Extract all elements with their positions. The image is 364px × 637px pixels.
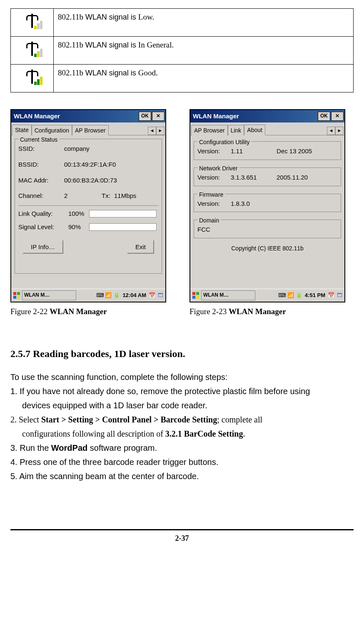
step-4-line: 4. Press one of the three barcode reader… [10, 455, 354, 469]
tab-ap-browser[interactable]: AP Browser [191, 125, 228, 135]
channel-row: Channel: 2 Tx: 11Mbps [18, 191, 158, 200]
signal-level-label: Signal Level: [18, 222, 68, 232]
left-caption: Figure 2-22 WLAN Manager [10, 306, 165, 317]
wlan-signal-low-icon [22, 11, 42, 30]
caption-prefix: Figure 2-23 [189, 307, 229, 316]
calendar-tray-icon[interactable]: 📅 [328, 292, 334, 299]
link-quality-row: Link Quality: 100% [18, 209, 158, 218]
section-heading: 2.5.7 Reading barcodes, 1D laser version… [10, 347, 354, 361]
current-status-group: Current Status SSID: company BSSID: 00:1… [15, 139, 162, 274]
battery-tray-icon[interactable]: 🔋 [113, 292, 120, 299]
caption-prefix: Figure 2-22 [10, 307, 50, 316]
start-button[interactable] [12, 291, 21, 300]
text-suffix: In General. [138, 40, 174, 49]
signal-level-bar [89, 223, 157, 231]
left-screenshot-column: WLAN Manager OK ✕ State Configuration AP… [10, 109, 165, 317]
step2b-bold: 3.2.1 BarCode Setting [165, 429, 243, 438]
keyboard-tray-icon[interactable]: ⌨ [279, 292, 286, 299]
window-title: WLAN Manager [193, 112, 317, 121]
table-row: 802.11b WLAN signal is Good. [11, 65, 354, 92]
close-button[interactable]: ✕ [152, 112, 165, 121]
config-utility-group: Configuration Utility Version: 1.11 Dec … [194, 141, 341, 160]
client-area: Configuration Utility Version: 1.11 Dec … [190, 135, 344, 289]
ok-button[interactable]: OK [139, 112, 151, 121]
group-legend: Domain [197, 216, 221, 225]
signal-strength-table: 802.11b WLAN signal is Low. 802.11b WLAN… [10, 8, 354, 92]
wlan-tray-icon[interactable]: 📶 [105, 292, 112, 299]
ip-info-button[interactable]: IP Info… [22, 240, 63, 254]
tab-about[interactable]: About [244, 125, 265, 135]
step2-text2: ; complete all [217, 415, 262, 424]
desktop-tray-icon[interactable]: 🗔 [336, 292, 343, 299]
ok-button[interactable]: OK [318, 112, 330, 121]
caption-bold: WLAN Manager [229, 307, 286, 316]
tab-scroll-buttons: ◄ ► [327, 127, 344, 135]
tabs-row: AP Browser Link About ◄ ► [190, 122, 344, 135]
bssid-row: BSSID: 00:13:49:2F:1A:F0 [18, 160, 158, 169]
tab-scroll-right-button[interactable]: ► [335, 127, 344, 135]
firmware-group: Firmware Version: 1.8.3.0 [194, 194, 341, 212]
signal-good-text: 802.11b WLAN signal is Good. [54, 65, 354, 92]
channel-value: 2 [64, 191, 102, 200]
signal-level-value: 90% [68, 222, 89, 232]
tab-link[interactable]: Link [228, 125, 244, 135]
text-prefix: 802.11b [58, 12, 85, 21]
svg-rect-1 [17, 292, 20, 295]
text-prefix: 802.11b [58, 40, 85, 49]
driver-version-row: Version: 3.1.3.651 2005.11.20 [197, 173, 337, 182]
taskbar-app-button[interactable]: WLAN M… [201, 290, 255, 300]
version-value: 3.1.3.651 [231, 173, 277, 182]
step3-suffix: software program. [87, 443, 157, 452]
signal-level-row: Signal Level: 90% [18, 222, 158, 232]
tab-ap-browser[interactable]: AP Browser [72, 125, 109, 135]
taskbar-app-button[interactable]: WLAN M… [22, 290, 76, 300]
keyboard-tray-icon[interactable]: ⌨ [97, 292, 103, 299]
window-title: WLAN Manager [14, 112, 138, 121]
calendar-tray-icon[interactable]: 📅 [149, 292, 155, 299]
tab-state[interactable]: State [12, 125, 32, 135]
text-prefix: 802.11b [58, 68, 85, 77]
step-1-line-a: 1. If you have not already done so, remo… [10, 384, 354, 398]
page-number: 2-37 [175, 534, 189, 542]
version-date: Dec 13 2005 [277, 147, 312, 156]
signal-low-text: 802.11b WLAN signal is Low. [54, 9, 354, 37]
taskbar: WLAN M… ⌨ 📶 🔋 4:51 PM 📅 🗔 [190, 289, 344, 302]
copyright-text: Copyright (C) IEEE 802.11b [194, 242, 341, 253]
channel-label: Channel: [18, 191, 64, 200]
table-row: 802.11b WLAN signal is Low. [11, 9, 354, 37]
tx-value: 11Mbps [114, 191, 136, 200]
mac-value: 00:60:B3:2A:0D:73 [64, 176, 158, 185]
battery-tray-icon[interactable]: 🔋 [296, 292, 302, 299]
step-2-line-b: configurations following all description… [10, 427, 354, 441]
wlan-tray-icon[interactable]: 📶 [287, 292, 294, 299]
signal-icon-low-cell [11, 9, 54, 37]
exit-button[interactable]: Exit [127, 240, 154, 254]
tab-scroll-right-button[interactable]: ► [156, 127, 165, 135]
mac-label: MAC Addr: [18, 176, 64, 185]
desktop-tray-icon[interactable]: 🗔 [157, 292, 164, 299]
step2b-text1: configurations following all description… [22, 429, 165, 438]
mac-row: MAC Addr: 00:60:B3:2A:0D:73 [18, 176, 158, 185]
divider [18, 205, 158, 206]
domain-row: FCC [197, 225, 337, 234]
wlan-signal-good-icon [22, 67, 42, 86]
titlebar: WLAN Manager OK ✕ [11, 110, 165, 122]
bssid-value: 00:13:49:2F:1A:F0 [64, 160, 158, 169]
tab-scroll-left-button[interactable]: ◄ [327, 127, 335, 135]
taskbar-clock[interactable]: 12:04 AM [122, 292, 147, 300]
close-button[interactable]: ✕ [331, 112, 344, 121]
intro-line: To use the scanning function, complete t… [10, 370, 354, 384]
svg-rect-3 [17, 296, 20, 299]
taskbar-clock[interactable]: 4:51 PM [304, 292, 326, 300]
wlan-signal-general-icon [22, 39, 42, 58]
config-version-row: Version: 1.11 Dec 13 2005 [197, 147, 337, 156]
version-label: Version: [197, 173, 231, 182]
tab-scroll-left-button[interactable]: ◄ [148, 127, 156, 135]
step3-bold: WordPad [51, 443, 87, 452]
wlan-manager-about-window: WLAN Manager OK ✕ AP Browser Link About … [189, 109, 345, 302]
step-1-line-b: devices equipped with a 1D laser bar cod… [10, 398, 354, 412]
group-legend: Current Status [18, 135, 59, 144]
start-button[interactable] [191, 291, 200, 300]
tab-configuration[interactable]: Configuration [32, 125, 72, 135]
ssid-value: company [64, 144, 158, 153]
